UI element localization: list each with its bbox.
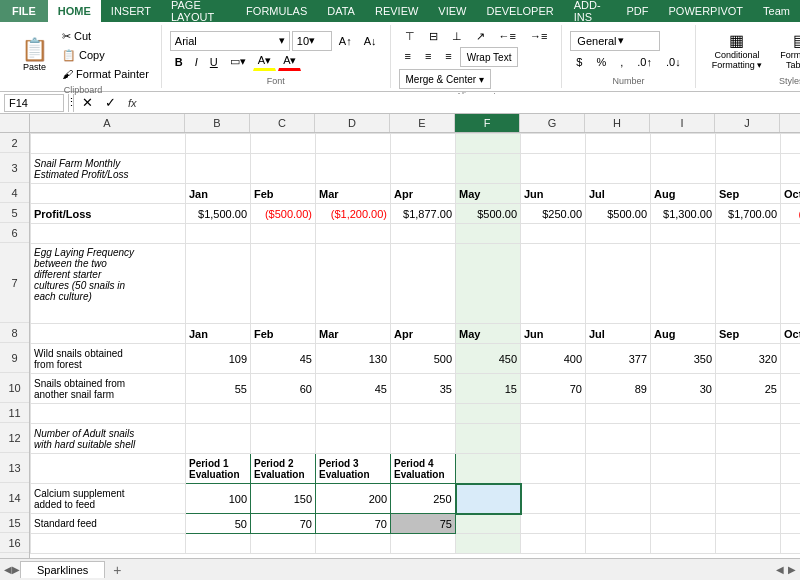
cell-d2[interactable]: [316, 134, 391, 154]
tab-data[interactable]: DATA: [317, 0, 365, 22]
cell-g9[interactable]: 400: [521, 344, 586, 374]
cell-i15[interactable]: [651, 514, 716, 534]
cell-d5[interactable]: ($1,200.00): [316, 204, 391, 224]
cell-h4[interactable]: Jul: [586, 184, 651, 204]
cell-h14[interactable]: [586, 484, 651, 514]
row-num-16[interactable]: 16: [0, 533, 29, 553]
cell-d7[interactable]: [316, 244, 391, 324]
cell-j13[interactable]: [716, 454, 781, 484]
row-num-9[interactable]: 9: [0, 343, 29, 373]
cell-a4[interactable]: [31, 184, 186, 204]
cell-e6[interactable]: [391, 224, 456, 244]
cell-e16[interactable]: [391, 534, 456, 554]
cell-j4[interactable]: Sep: [716, 184, 781, 204]
cell-i9[interactable]: 350: [651, 344, 716, 374]
cell-g12[interactable]: [521, 424, 586, 454]
tab-team[interactable]: Team: [753, 0, 800, 22]
col-header-k[interactable]: K: [780, 114, 800, 132]
cell-i10[interactable]: 30: [651, 374, 716, 404]
insert-function-button[interactable]: fx: [124, 97, 141, 109]
cell-j10[interactable]: 25: [716, 374, 781, 404]
cell-g10[interactable]: 70: [521, 374, 586, 404]
cell-e4[interactable]: Apr: [391, 184, 456, 204]
cell-c8[interactable]: Feb: [251, 324, 316, 344]
row-num-12[interactable]: 12: [0, 423, 29, 453]
cell-j16[interactable]: [716, 534, 781, 554]
cell-d15[interactable]: 70: [316, 514, 391, 534]
cell-b9[interactable]: 109: [186, 344, 251, 374]
row-num-2[interactable]: 2: [0, 133, 29, 153]
cell-k12[interactable]: [781, 424, 801, 454]
cell-j8[interactable]: Sep: [716, 324, 781, 344]
row-num-11[interactable]: 11: [0, 403, 29, 423]
cell-f4[interactable]: May: [456, 184, 521, 204]
cell-j14[interactable]: [716, 484, 781, 514]
dollar-button[interactable]: $: [570, 53, 588, 71]
cut-button[interactable]: ✂ Cut: [58, 27, 153, 45]
cell-h8[interactable]: Jul: [586, 324, 651, 344]
cell-e7[interactable]: [391, 244, 456, 324]
cell-e8[interactable]: Apr: [391, 324, 456, 344]
col-header-b[interactable]: B: [185, 114, 250, 132]
cell-j7[interactable]: [716, 244, 781, 324]
cell-g13[interactable]: [521, 454, 586, 484]
cell-g8[interactable]: Jun: [521, 324, 586, 344]
cell-h12[interactable]: [586, 424, 651, 454]
cell-g6[interactable]: [521, 224, 586, 244]
cell-k2[interactable]: [781, 134, 801, 154]
cell-e2[interactable]: [391, 134, 456, 154]
indent-decrease-button[interactable]: ←≡: [493, 27, 522, 45]
row-num-14[interactable]: 14: [0, 483, 29, 513]
tab-view[interactable]: VIEW: [428, 0, 476, 22]
cell-i4[interactable]: Aug: [651, 184, 716, 204]
percent-button[interactable]: %: [590, 53, 612, 71]
cell-c11[interactable]: [251, 404, 316, 424]
cell-h11[interactable]: [586, 404, 651, 424]
font-grow-button[interactable]: A↑: [334, 32, 357, 50]
cell-e11[interactable]: [391, 404, 456, 424]
align-bottom-button[interactable]: ⊥: [446, 27, 468, 45]
cell-k9[interactable]: 100: [781, 344, 801, 374]
cell-a11[interactable]: [31, 404, 186, 424]
cell-j9[interactable]: 320: [716, 344, 781, 374]
cell-c14[interactable]: 150: [251, 484, 316, 514]
cell-a7[interactable]: Egg Laying Frequencybetween the twodiffe…: [31, 244, 186, 324]
cell-h15[interactable]: [586, 514, 651, 534]
cell-a2[interactable]: [31, 134, 186, 154]
cell-k4[interactable]: Oct: [781, 184, 801, 204]
row-num-6[interactable]: 6: [0, 223, 29, 243]
cell-d14[interactable]: 200: [316, 484, 391, 514]
cell-j2[interactable]: [716, 134, 781, 154]
horizontal-scroll-right[interactable]: ◀ ▶: [776, 564, 796, 575]
cell-h7[interactable]: [586, 244, 651, 324]
cell-j12[interactable]: [716, 424, 781, 454]
align-right-button[interactable]: ≡: [439, 47, 457, 65]
cell-d13[interactable]: Period 3Evaluation: [316, 454, 391, 484]
tab-pdf[interactable]: PDF: [617, 0, 659, 22]
row-num-15[interactable]: 15: [0, 513, 29, 533]
col-header-a[interactable]: A: [30, 114, 185, 132]
cell-b7[interactable]: [186, 244, 251, 324]
underline-button[interactable]: U: [205, 53, 223, 71]
wrap-text-button[interactable]: Wrap Text: [460, 47, 519, 67]
cell-g2[interactable]: [521, 134, 586, 154]
cell-a12[interactable]: Number of Adult snailswith hard suitable…: [31, 424, 186, 454]
cancel-formula-button[interactable]: ✕: [78, 94, 97, 112]
cell-k16[interactable]: [781, 534, 801, 554]
cell-d8[interactable]: Mar: [316, 324, 391, 344]
cell-f9[interactable]: 450: [456, 344, 521, 374]
cell-c2[interactable]: [251, 134, 316, 154]
cell-b8[interactable]: Jan: [186, 324, 251, 344]
tab-formulas[interactable]: FORMULAS: [236, 0, 317, 22]
cell-k10[interactable]: 25: [781, 374, 801, 404]
cell-d16[interactable]: [316, 534, 391, 554]
cell-g7[interactable]: [521, 244, 586, 324]
scroll-left-arrow[interactable]: ◀: [776, 564, 784, 575]
cell-f12[interactable]: [456, 424, 521, 454]
tab-page-layout[interactable]: PAGE LAYOUT: [161, 0, 236, 22]
cell-f14[interactable]: [456, 484, 521, 514]
cell-a16[interactable]: [31, 534, 186, 554]
row-num-8[interactable]: 8: [0, 323, 29, 343]
sheet-tab-sparklines[interactable]: Sparklines: [20, 561, 105, 578]
font-color-button[interactable]: A▾: [278, 53, 301, 71]
